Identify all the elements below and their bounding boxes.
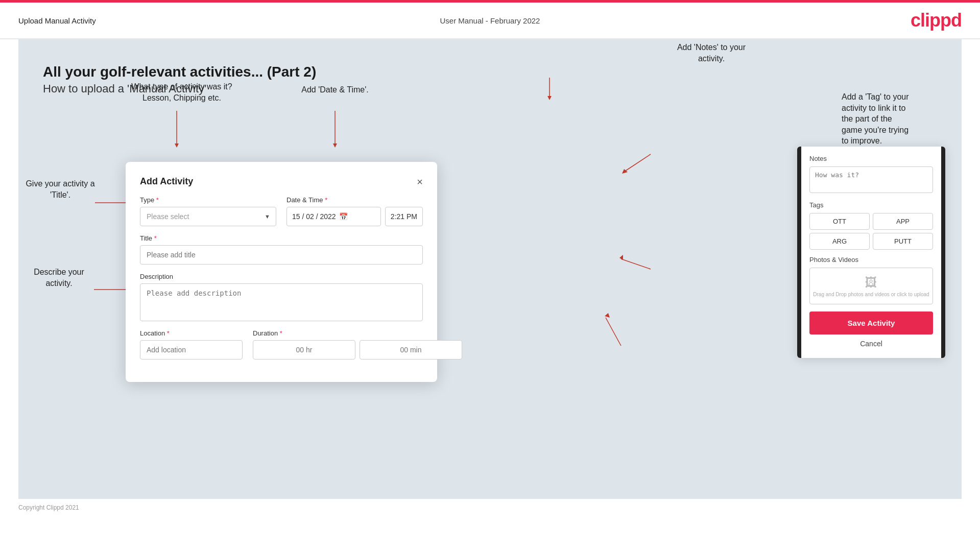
duration-hr-input[interactable] <box>253 340 355 360</box>
type-select[interactable]: Please select <box>140 207 276 226</box>
clippd-logo: clippd <box>911 10 962 31</box>
upload-text: Drag and Drop photos and videos or click… <box>810 292 932 297</box>
svg-line-18 <box>606 318 621 346</box>
date-label: Date & Time * <box>286 196 423 204</box>
tags-label: Tags <box>809 201 933 209</box>
main-content: All your golf-relevant activities... (Pa… <box>18 39 962 499</box>
modal-title: Add Activity <box>140 176 193 187</box>
cancel-button-phone[interactable]: Cancel <box>860 340 882 348</box>
copyright: Copyright Clippd 2021 <box>0 499 980 516</box>
svg-line-16 <box>621 259 651 269</box>
notes-label: Notes <box>809 155 933 162</box>
type-group: Type * Please select <box>140 196 276 226</box>
photos-upload-area[interactable]: 🖼 Drag and Drop photos and videos or cli… <box>809 268 933 304</box>
title-label-form: Title * <box>140 234 423 242</box>
description-textarea[interactable] <box>140 283 423 321</box>
close-button[interactable]: × <box>417 177 423 187</box>
date-time-group: Date & Time * 15 / 02 / 2022 📅 2:21 PM <box>286 196 423 226</box>
location-input[interactable] <box>140 340 243 360</box>
save-activity-button[interactable]: Save Activity <box>809 312 933 334</box>
notes-textarea[interactable] <box>809 166 933 193</box>
phone-panel: Notes Tags OTT APP ARG PUTT Photos & Vid… <box>797 147 945 358</box>
duration-group: Duration * <box>253 329 462 360</box>
date-input[interactable]: 15 / 02 / 2022 📅 <box>286 207 381 226</box>
title-group: Title * <box>140 234 423 265</box>
location-group: Location * <box>140 329 243 360</box>
phone-inner: Notes Tags OTT APP ARG PUTT Photos & Vid… <box>801 147 941 358</box>
modal-header: Add Activity × <box>140 176 423 187</box>
upload-icon: 🖼 <box>865 275 877 290</box>
annotation-notes: Add 'Notes' to youractivity. <box>660 42 762 64</box>
svg-marker-15 <box>622 169 628 174</box>
description-label: Description <box>140 273 423 280</box>
photos-label: Photos & Videos <box>809 256 933 263</box>
duration-min-input[interactable] <box>360 340 462 360</box>
tag-arg[interactable]: ARG <box>809 233 870 250</box>
page-title-header: Upload Manual Activity <box>18 16 96 25</box>
svg-marker-19 <box>605 313 610 318</box>
duration-row <box>253 340 462 360</box>
svg-marker-17 <box>619 255 623 260</box>
duration-label: Duration * <box>253 329 462 337</box>
time-input[interactable]: 2:21 PM <box>385 207 423 226</box>
annotation-activity-type: What type of activity was it?Lesson, Chi… <box>121 81 243 103</box>
annotation-describe: Describe youractivity. <box>19 267 99 289</box>
svg-marker-3 <box>333 143 337 148</box>
page-title: All your golf-relevant activities... (Pa… <box>43 64 937 80</box>
add-activity-modal: Add Activity × Type * Please select Date… <box>126 162 437 382</box>
calendar-icon: 📅 <box>339 212 348 221</box>
tag-putt[interactable]: PUTT <box>873 233 933 250</box>
annotation-tag: Add a 'Tag' to youractivity to link it t… <box>842 91 954 147</box>
annotation-date-time: Add 'Date & Time'. <box>284 84 386 95</box>
svg-line-14 <box>624 154 651 172</box>
type-label: Type * <box>140 196 276 204</box>
type-select-wrapper[interactable]: Please select <box>140 207 276 226</box>
tag-ott[interactable]: OTT <box>809 213 870 230</box>
svg-marker-1 <box>175 143 179 148</box>
tag-app[interactable]: APP <box>873 213 933 230</box>
date-time-row: 15 / 02 / 2022 📅 2:21 PM <box>286 207 423 226</box>
title-input[interactable] <box>140 245 423 265</box>
top-bar: Upload Manual Activity User Manual - Feb… <box>0 3 980 39</box>
tags-grid: OTT APP ARG PUTT <box>809 213 933 250</box>
location-duration-row: Location * Duration * <box>140 329 423 360</box>
location-label: Location * <box>140 329 243 337</box>
type-date-row: Type * Please select Date & Time * 15 / … <box>140 196 423 226</box>
manual-title: User Manual - February 2022 <box>440 16 540 25</box>
svg-marker-13 <box>547 96 552 100</box>
annotation-title: Give your activity a'Title'. <box>19 178 101 200</box>
description-group: Description <box>140 273 423 321</box>
